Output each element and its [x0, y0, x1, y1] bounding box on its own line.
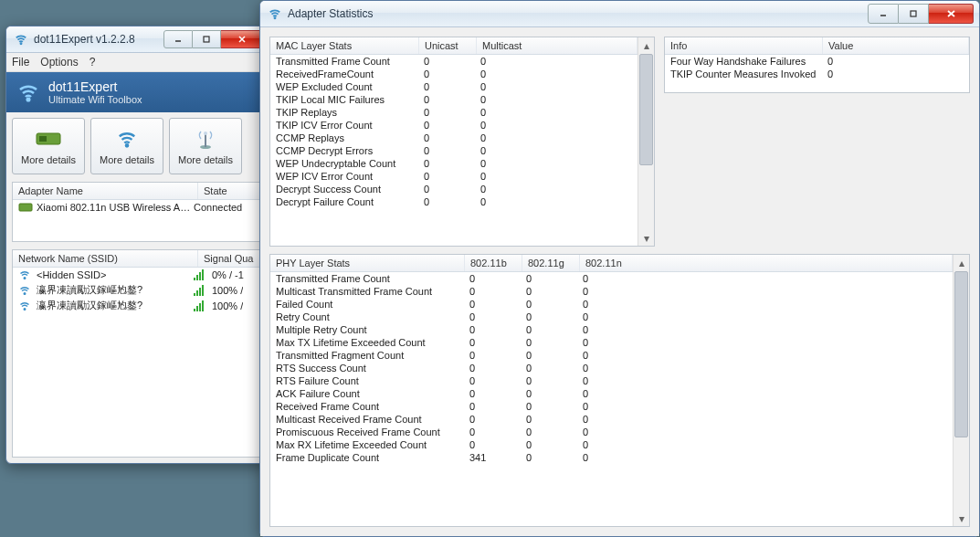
menubar: File Options ?: [6, 53, 269, 72]
phy-scrollbar[interactable]: ▴ ▾: [953, 255, 969, 526]
mac-row[interactable]: CCMP Decrypt Errors00: [270, 144, 638, 157]
mac-col-unicast[interactable]: Unicast: [419, 37, 477, 54]
phy-row[interactable]: Transmitted Fragment Count000: [270, 349, 953, 362]
banner-appname: dot11Expert: [48, 79, 142, 94]
mac-unicast: 0: [418, 106, 475, 119]
toolbtn-antenna[interactable]: More details: [169, 118, 242, 174]
mac-multicast: 0: [475, 195, 638, 208]
info-row[interactable]: Four Way Handshake Failures0: [665, 55, 969, 68]
network-ssid: <Hidden SSID>: [37, 269, 194, 280]
close-button[interactable]: [221, 30, 264, 48]
scroll-up-icon[interactable]: ▴: [954, 255, 969, 270]
phy-n: 0: [577, 387, 953, 400]
info-row[interactable]: TKIP Counter Measures Invoked0: [665, 68, 969, 80]
mac-row[interactable]: WEP Excluded Count00: [270, 80, 638, 93]
scroll-down-icon[interactable]: ▾: [954, 511, 969, 526]
mac-stat-name: TKIP Local MIC Failures: [270, 93, 418, 106]
phy-g: 0: [521, 400, 577, 413]
maximize-button[interactable]: [193, 30, 221, 48]
phy-row[interactable]: Retry Count000: [270, 311, 953, 323]
svg-point-15: [24, 308, 26, 310]
phy-row[interactable]: RTS Failure Count000: [270, 374, 953, 387]
phy-col-stats[interactable]: PHY Layer Stats: [270, 255, 465, 271]
mac-col-stats[interactable]: MAC Layer Stats: [270, 37, 419, 54]
mac-row[interactable]: CCMP Replays00: [270, 132, 638, 144]
minimize-button[interactable]: [868, 4, 899, 24]
mac-multicast: 0: [475, 132, 638, 144]
network-ssid: 瀛界凍讀勵汉鎵嶇尥鏊?: [37, 283, 194, 297]
col-quality[interactable]: Signal Qua: [198, 250, 263, 267]
phy-row[interactable]: Multiple Retry Count000: [270, 323, 953, 336]
signal-icon: [194, 284, 208, 297]
toolbtn-card[interactable]: More details: [12, 118, 85, 174]
network-row[interactable]: 瀛界凍讀勵汉鎵嶇尥鏊?100% /: [13, 298, 263, 313]
mac-col-multicast[interactable]: Multicast: [477, 37, 638, 54]
banner-tagline: Ultimate Wifi Toolbox: [48, 94, 142, 105]
info-col-value[interactable]: Value: [823, 37, 969, 54]
info-name: Four Way Handshake Failures: [665, 55, 822, 68]
main-titlebar[interactable]: dot11Expert v1.2.2.8: [6, 26, 269, 53]
network-row[interactable]: 瀛界凍讀勵汉鎵嶇尥鏊?100% /: [13, 282, 263, 298]
menu-file[interactable]: File: [12, 56, 29, 68]
scroll-down-icon[interactable]: ▾: [638, 230, 654, 246]
mac-row[interactable]: WEP ICV Error Count00: [270, 170, 638, 183]
phy-stat-name: Transmitted Fragment Count: [270, 349, 464, 362]
signal-icon: [194, 268, 208, 281]
network-header: Network Name (SSID) Signal Qua: [13, 250, 263, 268]
phy-g: 0: [521, 362, 577, 374]
phy-col-g[interactable]: 802.11g: [522, 255, 580, 271]
phy-row[interactable]: Max TX Lifetime Exceeded Count000: [270, 336, 953, 349]
phy-row[interactable]: ACK Failure Count000: [270, 387, 953, 400]
col-ssid[interactable]: Network Name (SSID): [13, 250, 198, 267]
phy-n: 0: [577, 349, 953, 362]
phy-row[interactable]: Promiscuous Received Frame Count000: [270, 426, 953, 438]
phy-stat-name: Max TX Lifetime Exceeded Count: [270, 336, 464, 349]
phy-b: 341: [464, 451, 521, 464]
phy-col-b[interactable]: 802.11b: [465, 255, 522, 271]
maximize-button[interactable]: [899, 4, 929, 24]
mac-row[interactable]: WEP Undecryptable Count00: [270, 157, 638, 170]
col-adapter-name[interactable]: Adapter Name: [13, 183, 198, 199]
phy-row[interactable]: Multicast Transmitted Frame Count000: [270, 285, 953, 298]
menu-options[interactable]: Options: [40, 56, 78, 68]
adapter-state: Connected: [194, 202, 242, 213]
stats-titlebar[interactable]: Adapter Statistics: [260, 1, 979, 27]
phy-stat-name: Frame Duplicate Count: [270, 451, 464, 464]
adapter-row[interactable]: Xiaomi 802.11n USB Wireless Ada...Connec…: [13, 200, 263, 215]
close-button[interactable]: [929, 4, 974, 24]
mac-stat-name: TKIP Replays: [270, 106, 418, 119]
toolbtn-wifi[interactable]: More details: [90, 118, 163, 174]
phy-row[interactable]: Multicast Received Frame Count000: [270, 413, 953, 426]
mac-scrollbar[interactable]: ▴ ▾: [638, 37, 654, 246]
mac-unicast: 0: [418, 55, 475, 68]
mac-row[interactable]: TKIP Replays00: [270, 106, 638, 119]
phy-n: 0: [577, 272, 953, 285]
mac-row[interactable]: TKIP Local MIC Failures00: [270, 93, 638, 106]
phy-row[interactable]: Max RX Lifetime Exceeded Count000: [270, 438, 953, 451]
phy-n: 0: [577, 311, 953, 323]
menu-help[interactable]: ?: [90, 56, 96, 68]
phy-g: 0: [521, 387, 577, 400]
mac-row[interactable]: Decrypt Success Count00: [270, 183, 638, 195]
phy-row[interactable]: Failed Count000: [270, 298, 953, 311]
mac-row[interactable]: TKIP ICV Error Count00: [270, 119, 638, 132]
phy-g: 0: [521, 426, 577, 438]
network-row[interactable]: <Hidden SSID>0% / -1: [13, 268, 263, 282]
phy-n: 0: [577, 298, 953, 311]
minimize-button[interactable]: [163, 30, 193, 48]
col-adapter-state[interactable]: State: [198, 183, 263, 199]
info-col-info[interactable]: Info: [665, 37, 823, 54]
toolbtn-label: More details: [100, 154, 154, 165]
info-value: 0: [822, 55, 969, 68]
phy-row[interactable]: Received Frame Count000: [270, 400, 953, 413]
mac-row[interactable]: Decrypt Failure Count00: [270, 195, 638, 208]
svg-point-13: [24, 278, 26, 279]
mac-row[interactable]: ReceivedFrameCount00: [270, 68, 638, 80]
phy-g: 0: [521, 438, 577, 451]
phy-row[interactable]: Transmitted Frame Count000: [270, 272, 953, 285]
phy-row[interactable]: Frame Duplicate Count34100: [270, 451, 953, 464]
scroll-up-icon[interactable]: ▴: [638, 37, 654, 53]
phy-col-n[interactable]: 802.11n: [580, 255, 953, 271]
mac-row[interactable]: Transmitted Frame Count00: [270, 55, 638, 68]
phy-row[interactable]: RTS Success Count000: [270, 362, 953, 374]
